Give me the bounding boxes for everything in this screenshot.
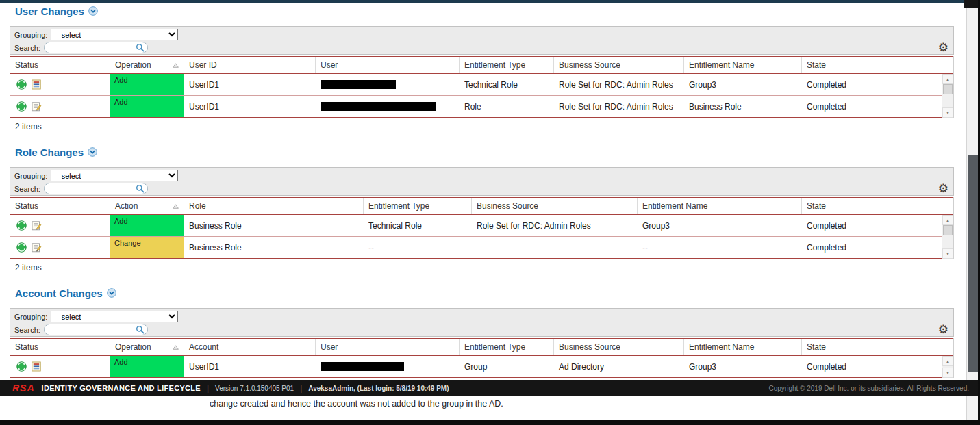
column-header[interactable]: Entitlement Name (638, 198, 802, 214)
report-icon[interactable] (32, 361, 41, 372)
column-header[interactable]: User (316, 57, 460, 73)
table-row[interactable]: AddUserID1GroupAd DirectoryGroup3Complet… (10, 356, 942, 378)
search-input[interactable] (50, 325, 136, 334)
grouping-select[interactable]: -- select -- (51, 311, 178, 322)
column-header[interactable]: Account (184, 339, 316, 355)
scrollbar-thumb[interactable] (943, 84, 953, 94)
report-icon[interactable] (32, 79, 41, 90)
table-cell: Role Set for RDC: Admin Roles (554, 74, 684, 95)
edit-note-icon[interactable] (32, 101, 42, 112)
search-icon[interactable] (136, 325, 145, 334)
search-input[interactable] (50, 184, 136, 193)
column-header-label: User (321, 60, 338, 70)
column-header-label: State (807, 60, 826, 70)
column-header[interactable]: Entitlement Name (684, 57, 802, 73)
column-header[interactable]: Action (110, 198, 184, 214)
search-box (44, 183, 148, 194)
column-header-label: Entitlement Type (464, 342, 525, 352)
operation-badge: Change (110, 237, 184, 258)
page-scrollbar[interactable] (966, 3, 978, 420)
page-overflow-area: change created and hence the account was… (0, 396, 980, 420)
table-cell: Group3 (684, 74, 802, 95)
table-header-row: StatusActionRoleEntitlement TypeBusiness… (10, 197, 953, 215)
edit-note-icon[interactable] (32, 242, 42, 253)
table-toolbar: Grouping:-- select --Search:⚙ (10, 167, 954, 196)
scroll-down-icon[interactable]: ▾ (942, 107, 953, 118)
column-header[interactable]: Operation (110, 57, 184, 73)
status-processed-globe-icon[interactable] (16, 79, 27, 90)
gear-icon[interactable]: ⚙ (938, 42, 948, 53)
scroll-up-icon[interactable]: ▴ (942, 215, 953, 225)
column-header[interactable]: State (802, 339, 953, 355)
table-cell: Ad Directory (554, 356, 684, 377)
footer-product-name: IDENTITY GOVERNANCE AND LIFECYCLE (42, 384, 201, 392)
scroll-down-icon[interactable]: ▾ (942, 248, 953, 259)
table-row[interactable]: AddBusiness RoleTechnical RoleRole Set f… (10, 215, 942, 237)
status-processed-globe-icon[interactable] (16, 101, 27, 112)
redacted-cell (316, 74, 460, 95)
column-header[interactable]: Entitlement Type (460, 57, 554, 73)
chevron-down-circle-icon[interactable] (88, 6, 98, 16)
table-row[interactable]: AddUserID1Technical RoleRole Set for RDC… (10, 74, 942, 96)
gear-icon[interactable]: ⚙ (938, 183, 948, 194)
grouping-select[interactable]: -- select -- (51, 170, 178, 181)
data-table: StatusActionRoleEntitlement TypeBusiness… (10, 197, 954, 259)
footer-separator: | (207, 383, 209, 393)
edit-note-icon[interactable] (32, 220, 42, 231)
operation-cell: Add (110, 356, 184, 377)
column-header[interactable]: Business Source (554, 57, 684, 73)
column-header[interactable]: Role (184, 198, 364, 214)
status-processed-globe-icon[interactable] (16, 220, 27, 231)
column-header[interactable]: Entitlement Type (364, 198, 472, 214)
table-scrollbar[interactable]: ▴▾ (942, 74, 953, 118)
column-header[interactable]: User ID (184, 57, 316, 73)
rsa-logo: RSA (12, 383, 35, 394)
table-row[interactable]: AddUserID1RoleRole Set for RDC: Admin Ro… (10, 96, 942, 118)
footer-copyright: Copyright © 2019 Dell Inc. or its subsid… (769, 385, 970, 392)
search-icon[interactable] (136, 43, 145, 52)
column-header[interactable]: Business Source (554, 339, 684, 355)
scroll-down-icon[interactable]: ▾ (942, 368, 953, 378)
table-cell: -- (638, 237, 802, 258)
scrollbar-thumb[interactable] (943, 225, 953, 235)
table-cell: Completed (802, 356, 942, 377)
search-icon[interactable] (136, 184, 145, 193)
window-border-bottom (0, 420, 980, 425)
operation-cell: Add (110, 215, 184, 236)
table-header-row: StatusOperationUser IDUserEntitlement Ty… (10, 56, 953, 74)
footer-separator: | (300, 383, 302, 393)
column-header-label: State (807, 201, 826, 211)
chevron-down-circle-icon[interactable] (88, 147, 97, 157)
sort-asc-icon (173, 60, 179, 70)
section-header: Role Changes (15, 145, 954, 159)
column-header[interactable]: Entitlement Type (460, 339, 554, 355)
table-row[interactable]: ChangeBusiness Role----Completed (10, 237, 942, 259)
column-header[interactable]: Status (10, 57, 110, 73)
page-scrollbar-thumb[interactable] (968, 155, 978, 372)
scroll-up-icon[interactable]: ▴ (942, 74, 953, 84)
table-cell: Group (460, 356, 554, 377)
section-title: Role Changes (15, 146, 84, 158)
column-header[interactable]: Status (10, 339, 110, 355)
chevron-down-circle-icon[interactable] (107, 288, 116, 298)
table-cell: Group3 (638, 215, 802, 236)
gear-icon[interactable]: ⚙ (938, 324, 948, 335)
table-scrollbar[interactable]: ▴▾ (942, 356, 953, 378)
table-rows: AddUserID1Technical RoleRole Set for RDC… (10, 74, 942, 118)
search-input[interactable] (50, 43, 136, 52)
column-header[interactable]: Operation (110, 339, 184, 355)
status-processed-globe-icon[interactable] (16, 361, 27, 372)
column-header[interactable]: Business Source (472, 198, 638, 214)
column-header[interactable]: Status (10, 198, 110, 214)
column-header[interactable]: State (802, 198, 953, 214)
search-label: Search: (14, 44, 40, 52)
status-processed-globe-icon[interactable] (16, 242, 27, 253)
column-header[interactable]: Entitlement Name (684, 339, 802, 355)
column-header-label: Account (189, 342, 218, 352)
scroll-up-icon[interactable]: ▴ (942, 356, 953, 366)
column-header[interactable]: User (316, 339, 460, 355)
table-scrollbar[interactable]: ▴▾ (942, 215, 953, 259)
grouping-select[interactable]: -- select -- (51, 29, 178, 40)
table-cell: Completed (802, 96, 942, 117)
column-header[interactable]: State (802, 57, 953, 73)
